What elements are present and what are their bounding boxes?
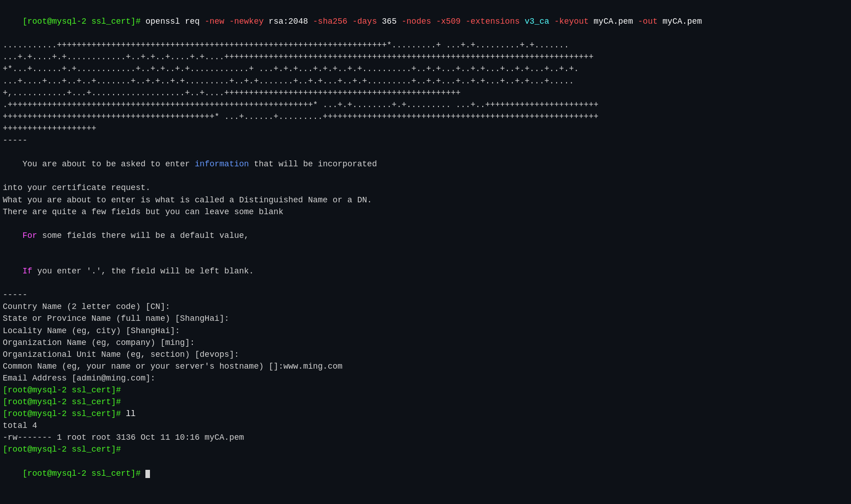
cursor: [145, 470, 150, 478]
prompt-line-3: [root@mysql-2 ssl_cert]# ll: [3, 408, 848, 420]
dots-line-3: +*...+......+.+............+..+.+..+.+..…: [3, 63, 848, 75]
info-line-1: You are about to be asked to enter infor…: [3, 146, 848, 182]
total-line: total 4: [3, 420, 848, 432]
terminal-window[interactable]: [root@mysql-2 ssl_cert]# openssl req -ne…: [0, 0, 851, 504]
dots-line-4: ...+....+...+..+..+.......+..+.+..+.+...…: [3, 75, 848, 87]
separator-1: -----: [3, 134, 848, 146]
prompt-line-4: [root@mysql-2 ssl_cert]#: [3, 443, 848, 455]
info-line-3: What you are about to enter is what is c…: [3, 194, 848, 206]
dots-line-1: ...........+++++++++++++++++++++++++++++…: [3, 39, 848, 51]
info-line-4: There are quite a few fields but you can…: [3, 206, 848, 218]
dots-line-7: ++++++++++++++++++++++++++++++++++++++++…: [3, 111, 848, 123]
dots-line-2: ...+.+....+.+............+..+.+..+....+.…: [3, 51, 848, 63]
dots-line-6: .+++++++++++++++++++++++++++++++++++++++…: [3, 99, 848, 111]
prompt-line-1: [root@mysql-2 ssl_cert]#: [3, 384, 848, 396]
prompt: [root@mysql-2 ssl_cert]#: [22, 17, 145, 26]
info-keyword: information: [195, 159, 249, 169]
for-line: For some fields there will be a default …: [3, 218, 848, 253]
field-state: State or Province Name (full name) [Shan…: [3, 313, 848, 324]
field-cn: Common Name (eg, your name or your serve…: [3, 360, 848, 372]
field-orgunit: Organizational Unit Name (eg, section) […: [3, 349, 848, 360]
field-country: Country Name (2 letter code) [CN]:: [3, 301, 848, 313]
field-email: Email Address [admin@ming.com]:: [3, 372, 848, 384]
separator-2: -----: [3, 289, 848, 301]
file-line: -rw------- 1 root root 3136 Oct 11 10:16…: [3, 432, 848, 443]
field-org: Organization Name (eg, company) [ming]:: [3, 337, 848, 349]
command-line: [root@mysql-2 ssl_cert]# openssl req -ne…: [3, 4, 848, 39]
if-line: If you enter '.', the field will be left…: [3, 253, 848, 289]
prompt-line-5[interactable]: [root@mysql-2 ssl_cert]#: [3, 456, 848, 491]
dots-line-8: +++++++++++++++++++: [3, 123, 848, 134]
prompt-line-2: [root@mysql-2 ssl_cert]#: [3, 396, 848, 408]
info-line-2: into your certificate request.: [3, 182, 848, 194]
dots-line-5: +,...........+...+...................+..…: [3, 87, 848, 99]
field-locality: Locality Name (eg, city) [ShangHai]:: [3, 325, 848, 337]
